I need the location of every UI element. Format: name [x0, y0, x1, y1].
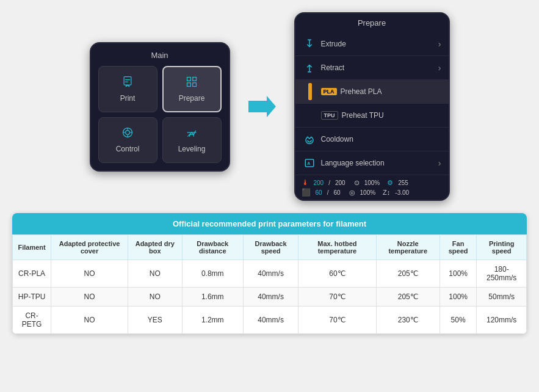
menu-item-retract[interactable]: Retract ›	[295, 56, 449, 80]
table-cell: HP-TPU	[13, 288, 51, 307]
pla-badge: PLA	[321, 88, 337, 95]
svg-rect-1	[187, 77, 191, 81]
table-row: CR-PLANONO0.8mm40mm/s60℃205℃100%180-250m…	[13, 260, 527, 288]
table-cell: 40mm/s	[243, 288, 298, 307]
menu-item-language[interactable]: A Language selection ›	[295, 151, 449, 175]
top-section: Main Print	[90, 12, 450, 201]
table-cell: 180-250mm/s	[477, 260, 527, 288]
table-cell: CR-PLA	[13, 260, 51, 288]
tpu-badge: TPU	[321, 111, 338, 120]
temp-target: 200	[335, 180, 345, 186]
table-header-row: Filament Adapted protective cover Adapte…	[13, 235, 527, 260]
grid-item-print[interactable]: Print	[98, 66, 157, 112]
table-cell: 205℃	[376, 288, 440, 307]
menu-list: Extrude › Retract › PLA	[295, 32, 449, 175]
col-drawback-speed: Drawback speed	[243, 235, 298, 260]
table-cell: 60℃	[298, 260, 376, 288]
table-title: Official recommended print parameters fo…	[12, 213, 527, 234]
control-icon	[121, 126, 134, 141]
status-bar: 🌡 200 / 200 ⊙ 100% ⚙ 255 ⬛ 60 / 60 ◎ 100…	[295, 175, 449, 200]
table-cell: 1.2mm	[182, 307, 243, 334]
temp-icon: 🌡	[302, 178, 309, 187]
extrude-icon	[303, 37, 316, 51]
preheat-pla-label: Preheat PLA	[341, 87, 441, 96]
table-cell: 100%	[440, 260, 477, 288]
extrude-label: Extrude	[321, 40, 438, 48]
bed-sep: /	[327, 189, 329, 196]
table-cell: 1.6mm	[182, 288, 243, 307]
cooldown-label: Cooldown	[321, 135, 441, 143]
prepare-label: Prepare	[179, 94, 205, 103]
cooldown-icon	[303, 132, 316, 146]
main-grid: Print Prepare	[98, 66, 222, 163]
col-filament: Filament	[13, 235, 51, 260]
extrude-chevron: ›	[438, 39, 441, 49]
menu-item-preheat-tpu[interactable]: TPU Preheat TPU	[295, 104, 449, 128]
control-label: Control	[116, 145, 140, 153]
table-cell: NO	[128, 288, 183, 307]
prepare-title: Prepare	[295, 13, 449, 32]
pla-indicator	[303, 85, 316, 98]
table-cell: NO	[51, 288, 128, 307]
bed-icon: ⬛	[302, 188, 311, 197]
table-cell: 100%	[440, 288, 477, 307]
speed-icon: ⚙	[387, 179, 393, 187]
prepare-icon	[186, 76, 198, 90]
svg-rect-3	[187, 82, 191, 86]
table-cell: 120mm/s	[477, 307, 527, 334]
retract-chevron: ›	[438, 63, 441, 73]
flow-percent: 100%	[360, 189, 376, 196]
table-cell: 205℃	[376, 260, 440, 288]
svg-text:A: A	[307, 161, 310, 165]
table-cell: NO	[128, 260, 183, 288]
parameters-table-section: Official recommended print parameters fo…	[12, 213, 527, 334]
status-row-2: ⬛ 60 / 60 ◎ 100% Z↕ -3.00	[302, 188, 443, 197]
language-label: Language selection	[321, 159, 438, 167]
grid-item-prepare[interactable]: Prepare	[162, 66, 222, 112]
svg-point-5	[126, 131, 130, 135]
menu-item-extrude[interactable]: Extrude ›	[295, 32, 449, 56]
temp-current: 200	[314, 180, 324, 186]
table-body: CR-PLANONO0.8mm40mm/s60℃205℃100%180-250m…	[13, 260, 527, 334]
menu-item-cooldown[interactable]: Cooldown	[295, 128, 449, 151]
col-max-hotbed: Max. hotbed temperature	[298, 235, 376, 260]
table-cell: 0.8mm	[182, 260, 243, 288]
svg-rect-4	[193, 82, 197, 86]
col-drawback-distance: Drawback distance	[182, 235, 243, 260]
leveling-label: Leveling	[178, 145, 206, 153]
temp-sep: /	[328, 180, 330, 186]
language-chevron: ›	[438, 158, 441, 168]
language-icon: A	[303, 156, 316, 170]
prepare-device: Prepare Extrude ›	[294, 12, 450, 201]
svg-marker-12	[248, 96, 276, 117]
flow-icon: ◎	[349, 189, 355, 197]
table-row: HP-TPUNONO1.6mm40mm/s70℃205℃100%50mm/s	[13, 288, 527, 307]
print-label: Print	[120, 94, 136, 103]
parameters-table: Filament Adapted protective cover Adapte…	[12, 234, 527, 334]
grid-item-control[interactable]: Control	[98, 117, 157, 163]
main-title: Main	[98, 51, 222, 60]
table-cell: YES	[128, 307, 183, 334]
leveling-icon	[186, 126, 198, 141]
col-nozzle-temp: Nozzle temperature	[376, 235, 440, 260]
status-row-1: 🌡 200 / 200 ⊙ 100% ⚙ 255	[302, 178, 443, 187]
bed-target: 60	[333, 189, 340, 196]
table-cell: 40mm/s	[243, 260, 298, 288]
preheat-tpu-label: Preheat TPU	[342, 111, 441, 120]
z-val: -3.00	[395, 189, 409, 196]
grid-item-leveling[interactable]: Leveling	[162, 117, 222, 163]
retract-label: Retract	[321, 64, 438, 72]
fan-icon: ⊙	[354, 179, 360, 187]
svg-rect-0	[124, 76, 131, 84]
main-device: Main Print	[90, 42, 230, 172]
col-printing-speed: Printing speed	[477, 235, 527, 260]
tpu-spacer	[303, 109, 316, 122]
table-cell: 40mm/s	[243, 307, 298, 334]
col-dry-box: Adapted dry box	[128, 235, 183, 260]
fan-percent: 100%	[364, 180, 380, 186]
table-cell: 230℃	[376, 307, 440, 334]
menu-item-preheat-pla[interactable]: PLA Preheat PLA	[295, 80, 449, 104]
table-cell: NO	[51, 307, 128, 334]
speed-val: 255	[398, 180, 408, 186]
svg-rect-2	[193, 77, 197, 81]
